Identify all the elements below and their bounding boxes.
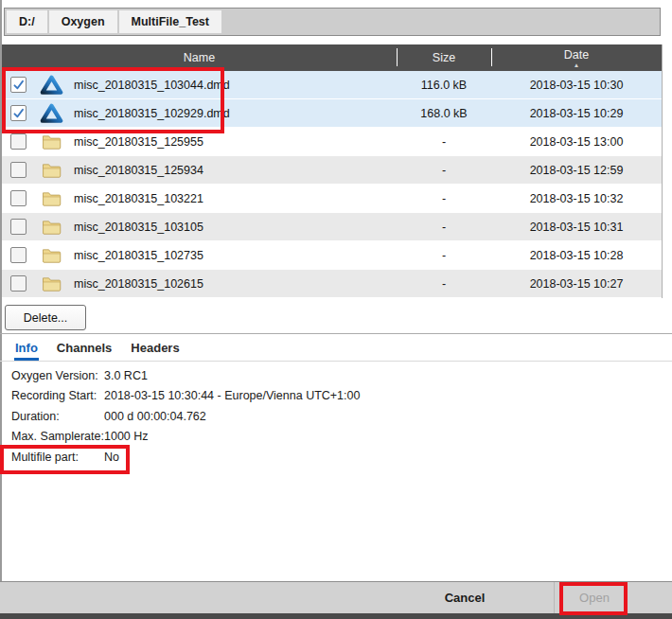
info-label: Duration: (11, 410, 104, 423)
file-name: misc_20180315_103105 (74, 221, 203, 234)
footer-bottom-strip (0, 613, 672, 619)
row-checkbox[interactable] (10, 162, 27, 178)
file-size: - (397, 277, 491, 291)
info-value: 2018-03-15 10:30:44 - Europe/Vienna UTC+… (104, 389, 360, 402)
file-size: - (397, 249, 491, 262)
info-row: Duration: 000 d 00:00:04.762 (11, 406, 579, 427)
file-row[interactable]: misc_20180315_103221 - 2018-03-15 10:32 (2, 185, 662, 213)
file-row-name-cell: misc_20180315_102735 (2, 244, 397, 267)
row-checkbox[interactable] (10, 190, 27, 206)
row-checkbox[interactable] (10, 105, 27, 121)
file-date: 2018-03-15 13:00 (491, 135, 662, 149)
info-value: 1000 Hz (104, 430, 149, 443)
file-row[interactable]: misc_20180315_125934 - 2018-03-15 12:59 (2, 156, 662, 185)
file-row-name-cell: misc_20180315_102929.dmd (2, 102, 397, 125)
file-date: 2018-03-15 10:28 (491, 249, 662, 262)
file-size: - (397, 135, 491, 149)
file-row[interactable]: misc_20180315_102735 - 2018-03-15 10:28 (2, 241, 662, 270)
info-label: Oxygen Version: (11, 369, 104, 382)
file-size: 116.0 kB (397, 79, 491, 92)
checkmark-icon (12, 79, 25, 91)
info-panel: Oxygen Version: 3.0 RC1 Recording Start:… (11, 365, 579, 468)
folder-icon (39, 187, 63, 210)
info-label: Recording Start: (11, 389, 104, 402)
file-row-name-cell: misc_20180315_103221 (2, 187, 397, 210)
folder-icon (39, 216, 63, 239)
tabs-underline (0, 361, 672, 362)
file-name: misc_20180315_103221 (74, 192, 203, 205)
sort-ascending-icon: ▲ (574, 62, 579, 67)
info-row: Multifile part: No (11, 447, 579, 468)
info-row: Max. Samplerate: 1000 Hz (11, 427, 579, 448)
row-checkbox[interactable] (10, 133, 27, 150)
file-row[interactable]: misc_20180315_103044.dmd 116.0 kB 2018-0… (2, 71, 662, 99)
tab-headers[interactable]: Headers (131, 341, 179, 357)
file-date: 2018-03-15 10:27 (491, 277, 662, 291)
file-name: misc_20180315_125934 (74, 164, 203, 177)
file-row[interactable]: misc_20180315_125955 - 2018-03-15 13:00 (2, 128, 662, 156)
detail-tabs: InfoChannelsHeaders (0, 338, 672, 360)
section-divider (0, 333, 672, 334)
column-separator (397, 48, 398, 66)
file-row[interactable]: misc_20180315_102929.dmd 168.0 kB 2018-0… (2, 99, 662, 128)
file-row-name-cell: misc_20180315_103105 (2, 216, 397, 239)
folder-icon (39, 244, 63, 267)
info-row: Oxygen Version: 3.0 RC1 (11, 365, 579, 386)
breadcrumb-item[interactable]: MultiFile_Test (119, 10, 221, 33)
table-header: Name Size Date ▲ (2, 44, 662, 71)
file-size: - (397, 192, 491, 205)
file-name: misc_20180315_125955 (74, 135, 203, 149)
dmd-file-icon (39, 102, 63, 125)
file-size: 168.0 kB (397, 107, 491, 120)
row-checkbox[interactable] (10, 275, 27, 292)
file-row-name-cell: misc_20180315_102615 (2, 273, 397, 295)
info-value: 3.0 RC1 (104, 369, 148, 382)
file-row[interactable]: misc_20180315_103105 - 2018-03-15 10:31 (2, 213, 662, 241)
file-date: 2018-03-15 10:32 (491, 192, 662, 205)
checkmark-icon (12, 107, 25, 119)
info-value: No (104, 451, 119, 464)
breadcrumb-item[interactable]: D:/ (7, 10, 47, 33)
column-header-date-label: Date (564, 48, 589, 62)
info-label: Multifile part: (11, 451, 104, 464)
delete-button[interactable]: Delete... (5, 305, 86, 330)
column-header-size-label: Size (433, 51, 455, 64)
file-date: 2018-03-15 10:30 (491, 79, 662, 92)
folder-icon (39, 159, 63, 182)
column-header-date[interactable]: Date ▲ (491, 48, 662, 67)
column-header-size[interactable]: Size (397, 51, 491, 64)
file-rows: misc_20180315_103044.dmd 116.0 kB 2018-0… (2, 71, 662, 298)
breadcrumb: D:/OxygenMultiFile_Test (4, 8, 661, 36)
file-name: misc_20180315_102735 (74, 249, 203, 262)
folder-icon (39, 131, 63, 153)
tab-info[interactable]: Info (15, 341, 38, 357)
file-date: 2018-03-15 10:29 (491, 107, 662, 120)
open-button[interactable]: Open (554, 582, 634, 613)
file-size: - (397, 221, 491, 234)
file-row[interactable]: misc_20180315_102615 - 2018-03-15 10:27 (2, 270, 662, 298)
file-date: 2018-03-15 10:31 (491, 221, 662, 234)
file-row-name-cell: misc_20180315_103044.dmd (2, 74, 397, 97)
file-row-name-cell: misc_20180315_125934 (2, 159, 397, 182)
info-label: Max. Samplerate: (11, 430, 104, 443)
file-name: misc_20180315_102929.dmd (74, 107, 230, 120)
column-header-name-label: Name (184, 51, 215, 64)
row-checkbox[interactable] (10, 219, 27, 235)
file-name: misc_20180315_103044.dmd (74, 79, 230, 92)
column-header-name[interactable]: Name (2, 51, 397, 64)
dmd-file-icon (39, 74, 63, 97)
file-table: Name Size Date ▲ (2, 44, 663, 298)
tab-channels[interactable]: Channels (57, 341, 113, 357)
file-name: misc_20180315_102615 (74, 277, 203, 291)
row-checkbox[interactable] (10, 247, 27, 263)
info-row: Recording Start: 2018-03-15 10:30:44 - E… (11, 386, 579, 407)
breadcrumb-item[interactable]: Oxygen (49, 10, 117, 33)
folder-icon (39, 273, 63, 295)
info-value: 000 d 00:00:04.762 (104, 410, 206, 423)
file-date: 2018-03-15 12:59 (491, 164, 662, 177)
row-checkbox[interactable] (10, 77, 27, 93)
cancel-button[interactable]: Cancel (416, 582, 513, 613)
file-size: - (397, 164, 491, 177)
column-separator (491, 48, 492, 66)
file-row-name-cell: misc_20180315_125955 (2, 131, 397, 153)
